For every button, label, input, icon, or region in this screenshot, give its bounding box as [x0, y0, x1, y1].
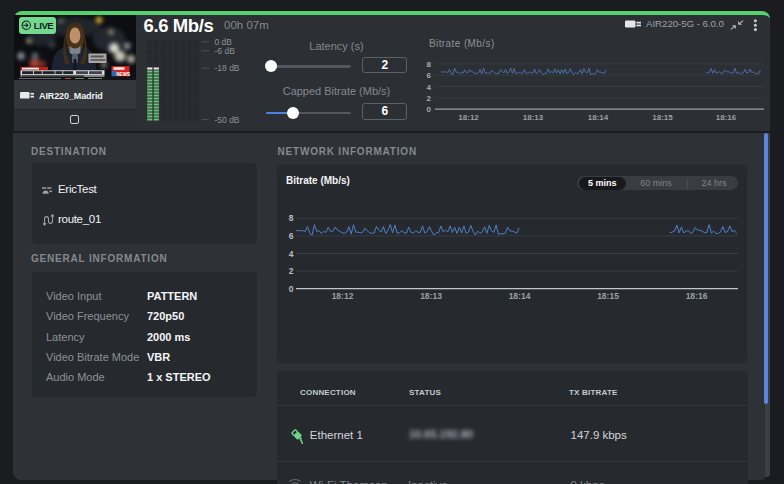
svg-text:6: 6	[289, 231, 294, 241]
svg-text:0: 0	[289, 284, 294, 294]
svg-text:8: 8	[289, 213, 294, 223]
svg-text:2: 2	[289, 266, 294, 276]
svg-text:4: 4	[289, 249, 294, 259]
svg-text:18:15: 18:15	[597, 291, 619, 301]
svg-text:18:16: 18:16	[686, 291, 708, 301]
svg-text:18:12: 18:12	[332, 291, 354, 301]
svg-text:18:14: 18:14	[509, 291, 531, 301]
svg-text:18:13: 18:13	[420, 291, 442, 301]
